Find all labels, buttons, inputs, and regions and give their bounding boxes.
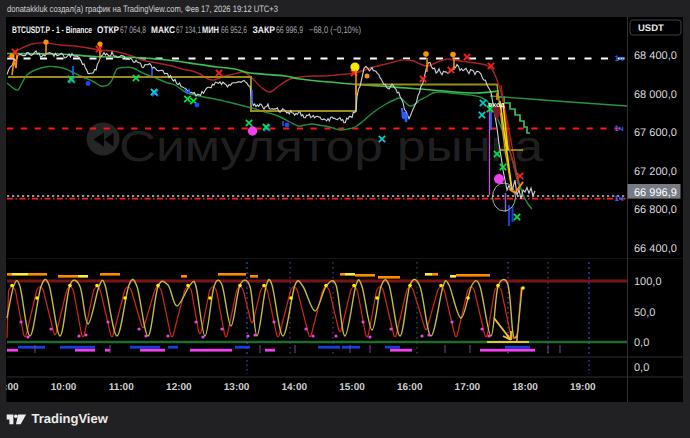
svg-text:0,0: 0,0 — [634, 337, 649, 349]
svg-text:66 952,6: 66 952,6 — [221, 25, 247, 36]
svg-text:ОТКР: ОТКР — [97, 25, 120, 36]
svg-text:14:00: 14:00 — [282, 382, 308, 393]
svg-text:19:00: 19:00 — [570, 382, 596, 393]
svg-text:100,0: 100,0 — [634, 276, 662, 288]
svg-text:66 996,9: 66 996,9 — [276, 25, 303, 36]
svg-text:1ч: 1ч — [614, 194, 623, 203]
svg-text:1ч: 1ч — [614, 54, 623, 63]
svg-text:13:00: 13:00 — [224, 382, 250, 393]
svg-text:Симулятор рынка: Симулятор рынка — [119, 123, 543, 171]
svg-text:11:00: 11:00 — [109, 382, 134, 393]
svg-text:68 000,0: 68 000,0 — [634, 89, 677, 101]
svg-text:16:00: 16:00 — [397, 382, 423, 393]
svg-text:66 400,0: 66 400,0 — [634, 243, 677, 255]
svg-text:TradingView: TradingView — [32, 411, 109, 426]
svg-text:66 996,9: 66 996,9 — [634, 187, 677, 199]
svg-text:68 400,0: 68 400,0 — [634, 50, 677, 62]
svg-text:18:00: 18:00 — [512, 382, 538, 393]
svg-text:10:00: 10:00 — [51, 382, 77, 393]
svg-text:15:00: 15:00 — [339, 382, 365, 393]
svg-text:ЗАКР: ЗАКР — [253, 25, 276, 36]
svg-text:−68,0 (−0,10%): −68,0 (−0,10%) — [309, 25, 361, 36]
svg-text:67 134,1: 67 134,1 — [176, 25, 201, 36]
svg-text:0,0: 0,0 — [634, 362, 649, 374]
svg-text:USDT: USDT — [638, 23, 664, 34]
svg-text:67 064,8: 67 064,8 — [120, 25, 146, 36]
svg-text:1ч: 1ч — [614, 124, 623, 133]
svg-text:17:00: 17:00 — [455, 382, 481, 393]
svg-text:12:00: 12:00 — [166, 382, 192, 393]
svg-text:67 600,0: 67 600,0 — [634, 127, 677, 139]
svg-text:donatakkluk создал(а) график н: donatakkluk создал(а) график на TradingV… — [7, 4, 278, 14]
svg-text:66 800,0: 66 800,0 — [634, 204, 677, 216]
svg-text:МИН: МИН — [202, 25, 219, 36]
svg-text:50,0: 50,0 — [634, 307, 655, 319]
svg-text:67 200,0: 67 200,0 — [634, 166, 677, 178]
svg-text:МАКС: МАКС — [151, 25, 175, 36]
svg-text:BTCUSDT.P - 1 - Binance: BTCUSDT.P - 1 - Binance — [12, 25, 92, 36]
